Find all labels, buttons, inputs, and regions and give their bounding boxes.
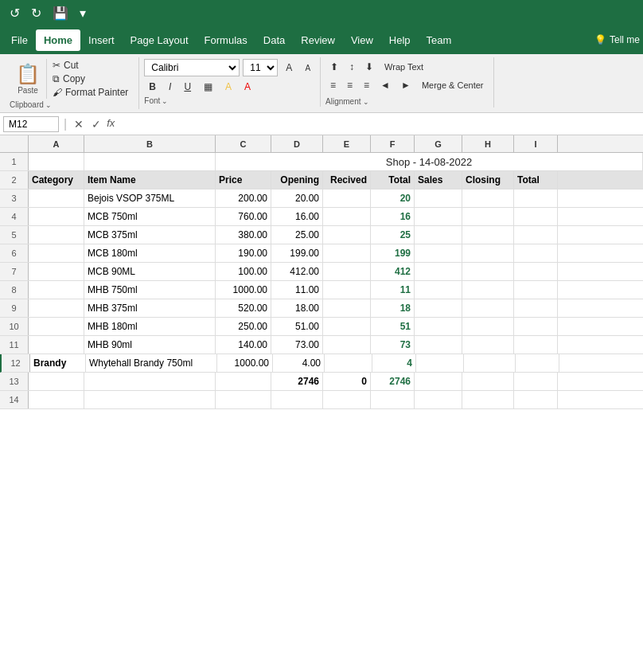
cell-f2[interactable]: Total (371, 171, 415, 189)
cell-c3[interactable]: 200.00 (216, 189, 271, 207)
cell-h13[interactable] (462, 373, 514, 390)
cell-g13[interactable] (415, 373, 462, 390)
cell-a13[interactable] (29, 373, 84, 390)
cell-e3[interactable] (323, 189, 371, 207)
redo-button[interactable]: ↻ (28, 4, 45, 22)
cell-f4[interactable]: 16 (371, 208, 415, 225)
cell-f13[interactable]: 2746 (371, 373, 415, 390)
cell-b2[interactable]: Item Name (84, 171, 216, 189)
align-middle-button[interactable]: ↕ (345, 59, 359, 75)
cell-b9[interactable]: MHB 375ml (84, 299, 216, 317)
cell-b13[interactable] (84, 373, 216, 390)
cell-title[interactable]: Shop - 14-08-2022 (216, 153, 643, 170)
cell-a1[interactable] (29, 153, 84, 170)
font-name-select[interactable]: Calibri (144, 59, 240, 76)
cell-f11[interactable]: 73 (371, 336, 415, 354)
cell-i4[interactable] (514, 208, 558, 225)
cell-a5[interactable] (29, 226, 84, 244)
cell-h12[interactable] (464, 354, 516, 372)
cell-i9[interactable] (514, 299, 558, 317)
cell-h10[interactable] (462, 318, 514, 335)
cell-h5[interactable] (462, 226, 514, 244)
cell-c13[interactable] (216, 373, 271, 390)
paste-button[interactable]: 📋 Paste (10, 59, 47, 99)
format-painter-button[interactable]: 🖌 Format Painter (50, 86, 131, 99)
cell-a2[interactable]: Category (29, 171, 84, 189)
cell-d6[interactable]: 199.00 (271, 244, 323, 262)
cell-g8[interactable] (415, 281, 462, 299)
align-left-button[interactable]: ≡ (325, 77, 341, 93)
menu-home[interactable]: Home (36, 29, 80, 51)
cell-g11[interactable] (415, 336, 462, 354)
bold-button[interactable]: B (144, 79, 161, 95)
cell-c12[interactable]: 1000.00 (217, 354, 273, 372)
col-header-h[interactable]: H (462, 135, 514, 152)
cell-h7[interactable] (462, 263, 514, 280)
cell-c10[interactable]: 250.00 (216, 318, 271, 335)
cell-f10[interactable]: 51 (371, 318, 415, 335)
cell-g4[interactable] (415, 208, 462, 225)
italic-button[interactable]: I (164, 79, 176, 95)
underline-button[interactable]: U (179, 79, 196, 95)
cell-c5[interactable]: 380.00 (216, 226, 271, 244)
col-header-e[interactable]: E (323, 135, 371, 152)
cell-h4[interactable] (462, 208, 514, 225)
font-color-button[interactable]: A (240, 79, 255, 95)
cell-i13[interactable] (514, 373, 558, 390)
col-header-a[interactable]: A (29, 135, 84, 152)
cell-e8[interactable] (323, 281, 371, 299)
cell-g6[interactable] (415, 244, 462, 262)
cell-e5[interactable] (323, 226, 371, 244)
cell-a3[interactable] (29, 189, 84, 207)
cell-d13[interactable]: 2746 (271, 373, 323, 390)
merge-center-button[interactable]: Merge & Center (417, 78, 489, 92)
cell-b8[interactable]: MHB 750ml (84, 281, 216, 299)
cell-h6[interactable] (462, 244, 514, 262)
cell-i14[interactable] (514, 391, 558, 408)
cell-a11[interactable] (29, 336, 84, 354)
menu-page-layout[interactable]: Page Layout (123, 29, 197, 51)
cell-i6[interactable] (514, 244, 558, 262)
cell-a12[interactable]: Brandy (30, 354, 86, 372)
cell-c6[interactable]: 190.00 (216, 244, 271, 262)
align-top-button[interactable]: ⬆ (325, 59, 343, 75)
cell-d12[interactable]: 4.00 (273, 354, 325, 372)
cell-c7[interactable]: 100.00 (216, 263, 271, 280)
cell-h2[interactable]: Closing (462, 171, 514, 189)
cell-h11[interactable] (462, 336, 514, 354)
col-header-c[interactable]: C (216, 135, 271, 152)
cell-c4[interactable]: 760.00 (216, 208, 271, 225)
clipboard-expand-icon[interactable]: ⌄ (45, 101, 52, 109)
cell-g2[interactable]: Sales (415, 171, 462, 189)
align-center-button[interactable]: ≡ (342, 77, 357, 93)
cell-d8[interactable]: 11.00 (271, 281, 323, 299)
cell-g14[interactable] (415, 391, 462, 408)
cell-i8[interactable] (514, 281, 558, 299)
cell-d14[interactable] (271, 391, 323, 408)
font-shrink-button[interactable]: A (300, 61, 315, 75)
col-header-f[interactable]: F (371, 135, 415, 152)
cell-a8[interactable] (29, 281, 84, 299)
cell-e10[interactable] (323, 318, 371, 335)
menu-review[interactable]: Review (293, 29, 343, 51)
cell-h3[interactable] (462, 189, 514, 207)
cell-e12[interactable] (325, 354, 372, 372)
col-header-b[interactable]: B (84, 135, 216, 152)
cell-c14[interactable] (216, 391, 271, 408)
menu-data[interactable]: Data (255, 29, 293, 51)
font-grow-button[interactable]: A (281, 60, 297, 76)
cell-e14[interactable] (323, 391, 371, 408)
menu-team[interactable]: Team (419, 29, 460, 51)
cell-g12[interactable] (416, 354, 464, 372)
menu-view[interactable]: View (343, 29, 381, 51)
cell-a7[interactable] (29, 263, 84, 280)
border-button[interactable]: ▦ (199, 79, 217, 95)
cell-f5[interactable]: 25 (371, 226, 415, 244)
cell-h14[interactable] (462, 391, 514, 408)
cell-i10[interactable] (514, 318, 558, 335)
confirm-formula-button[interactable]: ✓ (89, 117, 103, 131)
cell-e2[interactable]: Recived (323, 171, 371, 189)
cell-i5[interactable] (514, 226, 558, 244)
menu-help[interactable]: Help (381, 29, 419, 51)
cell-reference-input[interactable]: M12 (3, 116, 59, 132)
